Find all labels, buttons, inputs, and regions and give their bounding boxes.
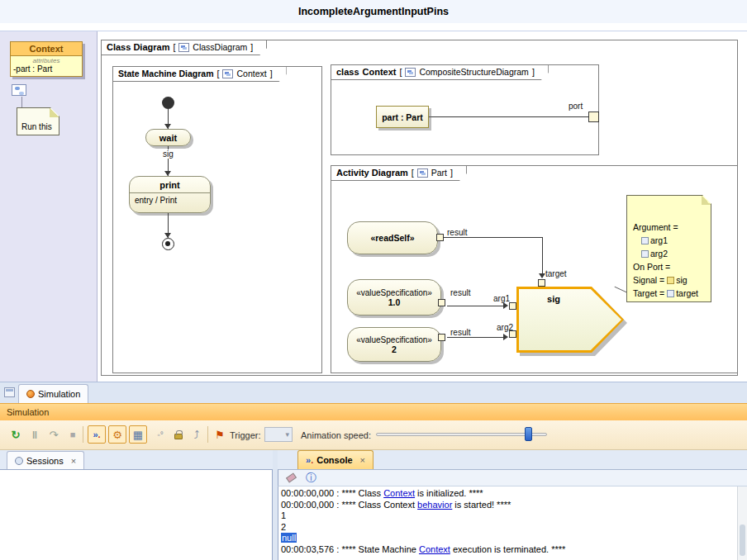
note-line-signal: Signal = sig — [633, 273, 707, 287]
console-link-context[interactable]: Context — [419, 544, 450, 554]
composite-frame-name: Context — [363, 67, 397, 77]
object-flow-line[interactable] — [447, 337, 507, 338]
attributes-compartment-label: attributes — [11, 57, 82, 64]
console-line: 1 — [278, 510, 747, 522]
state-machine-frame-header: State Machine Diagram [ Context ] — [113, 67, 287, 82]
value-spec-2-action[interactable]: «valueSpecification» 2 — [347, 327, 441, 362]
console-toggle-button[interactable]: ». — [88, 425, 106, 444]
state-print-label: print — [159, 177, 179, 192]
bracket: ] — [270, 69, 273, 78]
bracket: [ — [173, 42, 175, 52]
step-button[interactable]: ↷ — [45, 425, 63, 444]
close-sessions-tab[interactable]: × — [71, 456, 76, 466]
console-link-context[interactable]: Context — [383, 488, 415, 498]
console-line: 00:00:00,000 : **** Class Context is ini… — [278, 488, 747, 500]
info-icon[interactable]: ⓘ — [306, 471, 316, 486]
activity-frame-param: Part — [431, 168, 447, 178]
console-text: 00:00:00,000 : **** Class Context — [281, 500, 417, 510]
run-this-note[interactable]: Run this — [17, 107, 59, 135]
target-pin-label: target — [545, 269, 567, 278]
arg1-pin[interactable] — [509, 302, 516, 310]
value-spec-2-result-pin[interactable] — [438, 334, 445, 341]
arrowhead — [539, 273, 545, 278]
note-line-argument: Argument = — [633, 221, 707, 234]
state-machine-frame[interactable] — [112, 66, 322, 373]
state-machine-icon[interactable] — [12, 84, 26, 96]
composite-frame-keyword: class — [336, 67, 359, 77]
port-square[interactable] — [588, 112, 599, 122]
object-flow-line[interactable] — [447, 306, 507, 306]
note-anchor-line — [21, 97, 22, 107]
resume-button[interactable]: ↻ — [7, 425, 25, 444]
console-text: 00:00:00,000 : **** Class — [281, 488, 383, 498]
result-pin-label: result — [447, 228, 467, 237]
arrowhead — [503, 334, 508, 340]
target-pin[interactable] — [538, 279, 545, 287]
read-self-label: «readSelf» — [370, 233, 414, 243]
lock-button[interactable] — [169, 425, 188, 444]
trigger-dropdown[interactable]: ▾ — [264, 427, 293, 442]
title-divider — [0, 31, 747, 31]
tab-sessions-label: Sessions — [26, 456, 64, 466]
part-property-label: part : Part — [382, 112, 423, 122]
value-spec-2-stereotype: «valueSpecification» — [356, 335, 432, 344]
console-scrollbar[interactable] — [737, 486, 747, 560]
console-output[interactable]: 00:00:00,000 : **** Class Context is ini… — [278, 486, 747, 560]
tab-simulation[interactable]: Simulation — [18, 384, 88, 403]
read-self-action[interactable]: «readSelf» — [347, 221, 438, 254]
context-attribute[interactable]: -part : Part — [11, 64, 82, 74]
terminate-button[interactable]: ■ — [64, 425, 82, 444]
console-text: 00:00:03,576 : **** State Machine — [281, 544, 419, 554]
animation-speed-slider-handle[interactable] — [525, 427, 532, 441]
console-text: 2 — [281, 522, 286, 532]
console-icon: ». — [306, 455, 313, 465]
runtime-note[interactable]: Argument = arg1 arg2 On Port = Signal = … — [626, 195, 711, 302]
tab-sessions[interactable]: Sessions × — [7, 451, 84, 469]
port-label: port — [569, 102, 583, 111]
diagram-side-panel: Context attributes -part : Part Run this — [0, 31, 98, 382]
composite-diagram-icon — [405, 68, 416, 77]
state-print[interactable]: print entry / Print — [129, 176, 211, 213]
transition-trigger-label[interactable]: sig — [162, 149, 174, 159]
initial-node[interactable] — [162, 97, 174, 109]
part-property[interactable]: part : Part — [376, 106, 429, 128]
panel-icon[interactable] — [4, 387, 15, 397]
pause-button[interactable]: ‖ — [26, 425, 44, 444]
activity-frame-name: Activity Diagram — [336, 168, 408, 178]
diagram-title-bar: IncompleteArgumentInputPins — [0, 0, 747, 23]
sessions-icon — [15, 457, 23, 465]
export-button[interactable]: ⤴ — [188, 425, 206, 444]
trigger-flag-icon: ⚑ — [211, 425, 229, 444]
run-this-label: Run this — [21, 122, 52, 131]
signal-icon — [667, 277, 674, 284]
console-link-behavior[interactable]: behavior — [417, 500, 452, 510]
object-flow-line[interactable] — [444, 237, 543, 238]
activity-frame-header: Activity Diagram [ Part ] — [331, 166, 467, 181]
toolbar-separator — [83, 426, 83, 443]
note-fold — [50, 108, 59, 117]
value-spec-1-result-pin[interactable] — [438, 299, 445, 306]
options-toggle-button[interactable]: ⚙ — [108, 425, 126, 444]
arg2-pin[interactable] — [509, 330, 516, 338]
connector-line[interactable] — [429, 116, 592, 117]
sessions-panel[interactable] — [0, 469, 273, 560]
lock-icon — [174, 434, 183, 439]
diagram-title: IncompleteArgumentInputPins — [298, 6, 449, 17]
tab-console[interactable]: ». Console × — [297, 450, 374, 469]
breakpoints-button[interactable]: ◦° — [151, 425, 169, 444]
final-node[interactable] — [162, 238, 174, 250]
scrollbar-thumb[interactable] — [740, 524, 745, 556]
state-wait[interactable]: wait — [145, 129, 191, 146]
pin-icon — [641, 250, 649, 258]
object-flow-line[interactable] — [542, 237, 543, 274]
close-console-tab[interactable]: × — [360, 455, 365, 465]
read-self-result-pin[interactable] — [436, 234, 444, 241]
class-diagram-frame-header: Class Diagram [ ClassDiagram ] — [102, 40, 267, 55]
clear-console-button[interactable] — [286, 472, 297, 482]
result-pin-label: result — [450, 288, 470, 297]
context-class-box[interactable]: Context attributes -part : Part — [10, 41, 83, 77]
value-spec-1-action[interactable]: «valueSpecification» 1.0 — [347, 279, 441, 316]
animation-toggle-button[interactable]: ▦ — [129, 425, 147, 444]
simulation-icon — [26, 390, 35, 398]
animation-speed-slider-track[interactable] — [376, 433, 547, 436]
